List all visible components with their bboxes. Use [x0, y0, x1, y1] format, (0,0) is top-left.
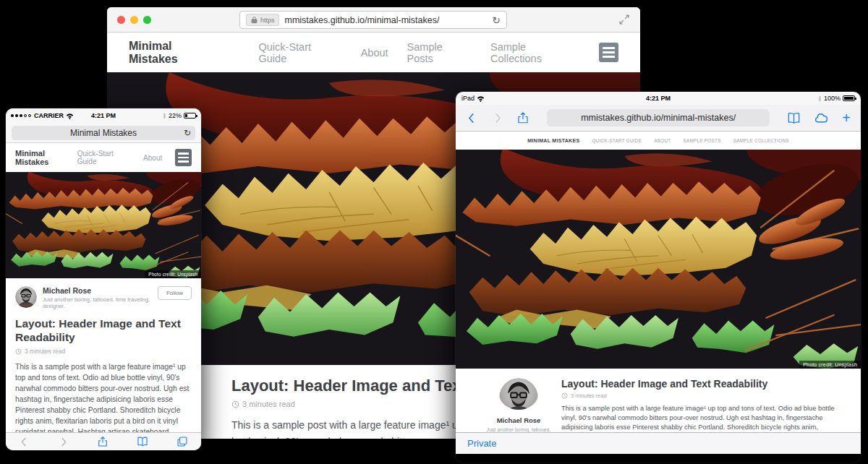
nav-item-sample-posts[interactable]: Sample Posts	[407, 41, 472, 64]
hamburger-menu-button[interactable]	[599, 43, 618, 62]
ipad-device: iPad 4:21 PM ᛒ 100% mmistakes.github.io/…	[456, 92, 861, 463]
fullscreen-icon[interactable]	[618, 14, 630, 28]
address-bar[interactable]: Minimal Mistakes ↻	[12, 126, 195, 140]
forward-button[interactable]	[491, 112, 503, 124]
author-sidebar: Michael Rose Just another boring, tattoo…	[476, 378, 561, 432]
new-tab-button[interactable]: +	[842, 111, 851, 125]
site-brand-link[interactable]: Minimal Mistakes	[129, 40, 224, 66]
nav-item-quick-start-guide[interactable]: Quick-Start Guide	[259, 41, 342, 64]
address-bar[interactable]: mmistakes.github.io/minimal-mistakes/	[547, 109, 770, 126]
tabs-button[interactable]	[176, 436, 188, 447]
site-navigation: Minimal Mistakes Quick-Start Guide About…	[107, 33, 640, 72]
site-navigation: MINIMAL MISTAKES QUICK-START GUIDE ABOUT…	[456, 132, 861, 150]
site-brand-link[interactable]: Minimal Mistakes	[15, 149, 77, 166]
post-title: Layout: Header Image and Text Readabilit…	[561, 378, 846, 390]
forward-button[interactable]	[58, 437, 69, 447]
author-bio: Just another boring, tattooed, time trav…	[43, 296, 158, 309]
leaves-photo	[456, 150, 861, 369]
lock-icon	[250, 16, 258, 24]
read-time-meta: 3 minutes read	[15, 348, 192, 355]
nav-item-about[interactable]: About	[361, 47, 388, 59]
minimize-window-button[interactable]	[130, 16, 138, 24]
avatar	[15, 286, 37, 308]
back-button[interactable]	[19, 437, 30, 447]
leaves-photo	[6, 172, 201, 278]
clock-icon	[15, 348, 22, 355]
https-label: https	[260, 17, 275, 24]
private-browsing-bar: Private	[456, 432, 861, 454]
author-bio: Just another boring, tattooed,	[487, 427, 550, 432]
author-name: Michael Rose	[497, 416, 541, 424]
author-name: Michael Rose	[43, 286, 158, 295]
nav-item-quick-start-guide[interactable]: Quick-Start Guide	[77, 150, 132, 166]
battery-icon	[843, 95, 855, 101]
ipad-status-bar: iPad 4:21 PM ᛒ 100%	[456, 92, 861, 105]
avatar	[499, 378, 538, 410]
post-main-column: Layout: Header Image and Text Readabilit…	[561, 378, 846, 432]
safari-bottom-toolbar	[6, 432, 201, 450]
reload-icon[interactable]: ↻	[184, 128, 191, 138]
clock-icon	[231, 400, 239, 408]
read-time-label: 3 minutes read	[25, 348, 65, 355]
bookmarks-button[interactable]	[787, 111, 801, 125]
post-body-paragraph: This is a sample post with a large featu…	[561, 404, 846, 432]
safari-url-row: Minimal Mistakes ↻	[6, 123, 201, 143]
read-time-label: 3 minutes read	[571, 392, 607, 399]
hamburger-menu-button[interactable]	[175, 149, 192, 166]
post-body-paragraph: This is a sample post with a large featu…	[15, 361, 192, 432]
bookmarks-button[interactable]	[137, 436, 148, 447]
photo-credit-badge: Photo credit: Unsplash	[145, 270, 201, 278]
nav-item-sample-collections[interactable]: Sample Collections	[490, 41, 580, 64]
safari-toolbar: mmistakes.github.io/minimal-mistakes/ +	[456, 105, 861, 132]
read-time-meta: 3 minutes read	[561, 392, 846, 399]
share-button[interactable]	[516, 111, 529, 124]
icloud-tabs-button[interactable]	[814, 111, 829, 126]
header-image: Photo credit: Unsplash	[456, 150, 861, 369]
nav-item-sample-posts[interactable]: SAMPLE POSTS	[683, 138, 720, 143]
reload-icon[interactable]: ↻	[492, 14, 501, 26]
status-time: 4:21 PM	[6, 112, 201, 119]
share-button[interactable]	[97, 436, 109, 447]
address-bar[interactable]: https mmistakes.github.io/minimal-mistak…	[239, 11, 507, 29]
header-image: Photo credit: Unsplash	[6, 172, 201, 278]
back-button[interactable]	[466, 112, 478, 124]
post-title: Layout: Header Image and Text Readabilit…	[15, 317, 192, 344]
nav-item-about[interactable]: ABOUT	[654, 138, 671, 143]
post-article: Michael Rose Just another boring, tattoo…	[6, 278, 201, 432]
iphone-status-bar: CARRIER 4:21 PM ᛒ 22%	[6, 108, 201, 123]
private-button[interactable]: Private	[467, 438, 496, 449]
nav-item-quick-start-guide[interactable]: QUICK-START GUIDE	[592, 138, 642, 143]
read-time-label: 3 minutes read	[242, 400, 295, 408]
browser-chrome-bar: https mmistakes.github.io/minimal-mistak…	[107, 7, 640, 33]
follow-button[interactable]: Follow	[158, 286, 192, 300]
status-time: 4:21 PM	[456, 95, 861, 102]
site-brand-link[interactable]: MINIMAL MISTAKES	[527, 138, 579, 143]
device-bottom-edge	[456, 454, 861, 463]
photo-credit-badge: Photo credit: Unsplash	[799, 361, 861, 369]
nav-item-about[interactable]: About	[143, 154, 162, 162]
site-navigation: Minimal Mistakes Quick-Start Guide About	[6, 143, 201, 172]
page-title-text: Minimal Mistakes	[70, 128, 137, 138]
author-row: Michael Rose Just another boring, tattoo…	[15, 286, 192, 309]
url-text: mmistakes.github.io/minimal-mistakes/	[581, 113, 736, 123]
nav-item-sample-collections[interactable]: SAMPLE COLLECTIONS	[733, 138, 789, 143]
close-window-button[interactable]	[117, 16, 125, 24]
zoom-window-button[interactable]	[143, 16, 151, 24]
post-article: Michael Rose Just another boring, tattoo…	[456, 369, 861, 432]
clock-icon	[561, 392, 568, 399]
iphone-device: CARRIER 4:21 PM ᛒ 22% Minimal Mistakes ↻…	[6, 108, 201, 450]
url-text: mmistakes.github.io/minimal-mistakes/	[285, 15, 493, 25]
battery-icon	[184, 113, 196, 119]
https-badge: https	[246, 14, 279, 26]
